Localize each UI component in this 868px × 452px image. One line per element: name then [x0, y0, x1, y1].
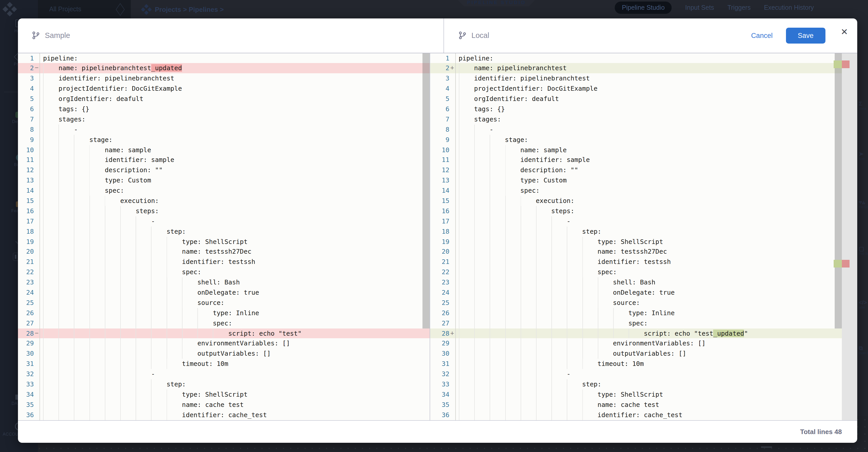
line-number: 22 [430, 267, 450, 277]
code-text: name: testssh27Dec [456, 247, 857, 257]
code-lines: 1pipeline:2+ name: pipelinebranchtest3 i… [430, 53, 857, 420]
top-nav: All Projects Projects > Pipelines > PIPE… [0, 0, 868, 19]
diff-change-marker [450, 318, 455, 328]
nav-tab-pipeline-studio[interactable]: Pipeline Studio [615, 1, 672, 13]
line-number: 32 [430, 369, 450, 379]
diff-change-marker: − [34, 63, 39, 73]
rail-item[interactable]: </>odel [859, 299, 868, 309]
rail-item-label: Varia [859, 106, 868, 110]
cancel-button[interactable]: Cancel [751, 32, 773, 39]
code-line-4: 4 projectIdentifier: DocGitExample [430, 84, 857, 94]
line-gutter: 29 [430, 338, 456, 349]
line-gutter: 24 [430, 288, 456, 298]
line-number: 9 [430, 134, 450, 145]
rail-item[interactable]: ⧉dvan Opti [859, 345, 868, 355]
code-line-6: 6 tags: {} [18, 104, 429, 114]
code-line-11: 11 identifier: sample [430, 155, 857, 165]
diff-change-marker [34, 165, 39, 175]
code-line-14: 14 spec: [18, 186, 429, 196]
line-number: 21 [18, 257, 34, 267]
page-title: PIPELINE STUDIO [458, 0, 535, 6]
line-number: 28 [18, 328, 34, 338]
scrollbar-thumb[interactable] [835, 53, 842, 328]
code-text: type: Custom [40, 175, 429, 186]
code-line-7: 7 stages: [18, 114, 429, 125]
line-number: 18 [18, 226, 34, 236]
line-number: 7 [18, 114, 34, 125]
right-rail: ΣVaria➤Noti⫧⫨Flo Cont▢Poli Se</>odel⧉dva… [857, 19, 868, 443]
sigma-icon: Σ [859, 100, 868, 106]
breadcrumb[interactable]: Projects > Pipelines > [143, 0, 224, 19]
nav-tab-execution-history[interactable]: Execution History [764, 4, 814, 11]
scrollbar-thumb[interactable] [423, 53, 429, 328]
line-number: 25 [430, 298, 450, 308]
code-text: timeout: 10m [40, 359, 429, 369]
diff-body: 1pipeline:2− name: pipelinebranchtest_up… [18, 53, 857, 420]
code-text: spec: [456, 186, 857, 196]
line-gutter: 14 [18, 186, 40, 196]
line-gutter: 30 [18, 349, 40, 359]
sliders-icon: ⫧⫨ [859, 199, 868, 205]
line-number: 35 [18, 400, 34, 410]
rail-item[interactable]: ▢Poli Se [859, 246, 868, 255]
line-number: 7 [430, 114, 450, 125]
code-line-3: 3 identifier: pipelinebranchtest [18, 73, 429, 84]
code-line-29: 29 environmentVariables: [] [18, 338, 429, 349]
nav-tab-triggers[interactable]: Triggers [727, 4, 751, 11]
project-selector[interactable]: All Projects [38, 0, 131, 19]
code-text: timeout: 10m [456, 359, 857, 369]
code-text: shell: Bash [456, 277, 857, 288]
line-number: 24 [18, 288, 34, 298]
line-number: 3 [18, 73, 34, 84]
line-gutter: 16 [430, 206, 456, 216]
diff-change-marker [34, 186, 39, 196]
code-text: execution: [456, 196, 857, 206]
code-line-5: 5 orgIdentifier: deafult [18, 94, 429, 104]
line-gutter: 7 [18, 114, 40, 125]
diff-change-marker [450, 155, 455, 165]
line-number: 13 [18, 175, 34, 186]
nav-tab-input-sets[interactable]: Input Sets [685, 4, 714, 11]
line-number: 21 [430, 257, 450, 267]
diff-change-marker [450, 359, 455, 369]
code-line-35: 35 name: cache test [18, 400, 429, 410]
line-number: 27 [18, 318, 34, 328]
diff-change-marker [450, 114, 455, 125]
rail-item-label: Poli Se [859, 252, 868, 255]
line-number: 10 [18, 145, 34, 155]
code-line-29: 29 environmentVariables: [] [430, 338, 857, 349]
diff-change-marker [34, 53, 39, 63]
diff-change-marker [450, 94, 455, 104]
code-line-24: 24 onDelegate: true [18, 288, 429, 298]
code-line-1: 1pipeline: [18, 53, 429, 63]
save-button[interactable]: Save [786, 27, 826, 43]
code-line-10: 10 name: sample [18, 145, 429, 155]
code-icon: </> [859, 299, 868, 305]
diff-change-marker [450, 338, 455, 349]
inline-diff-highlight: _updated [151, 64, 182, 72]
nav-tabs: Pipeline StudioInput SetsTriggersExecuti… [615, 1, 814, 14]
code-text: description: "" [456, 165, 857, 175]
code-text: type: ShellScript [40, 389, 429, 400]
code-text: projectIdentifier: DocGitExample [456, 84, 857, 94]
harness-logo-icon[interactable] [3, 2, 17, 17]
line-gutter: 8 [430, 124, 456, 134]
line-number: 22 [18, 267, 34, 277]
rail-item[interactable]: ⫧⫨Flo Cont [859, 199, 868, 208]
code-text: type: ShellScript [456, 389, 857, 400]
code-line-11: 11 identifier: sample [18, 155, 429, 165]
line-gutter: 35 [430, 400, 456, 410]
git-branch-icon [458, 31, 466, 39]
close-icon[interactable]: ✕ [841, 27, 848, 36]
rail-item[interactable]: ΣVaria [859, 100, 868, 110]
code-line-32: 32 - [430, 369, 857, 379]
line-gutter: 22 [430, 267, 456, 277]
line-gutter: 9 [430, 134, 456, 145]
diff-pane-modified[interactable]: 1pipeline:2+ name: pipelinebranchtest3 i… [430, 53, 857, 420]
code-line-15: 15 execution: [430, 196, 857, 206]
code-text: identifier: testssh [40, 257, 429, 267]
line-number: 36 [18, 410, 34, 420]
code-text: type: Inline [456, 308, 857, 318]
rail-item[interactable]: ➤Noti [859, 151, 868, 160]
diff-pane-original[interactable]: 1pipeline:2− name: pipelinebranchtest_up… [18, 53, 430, 420]
